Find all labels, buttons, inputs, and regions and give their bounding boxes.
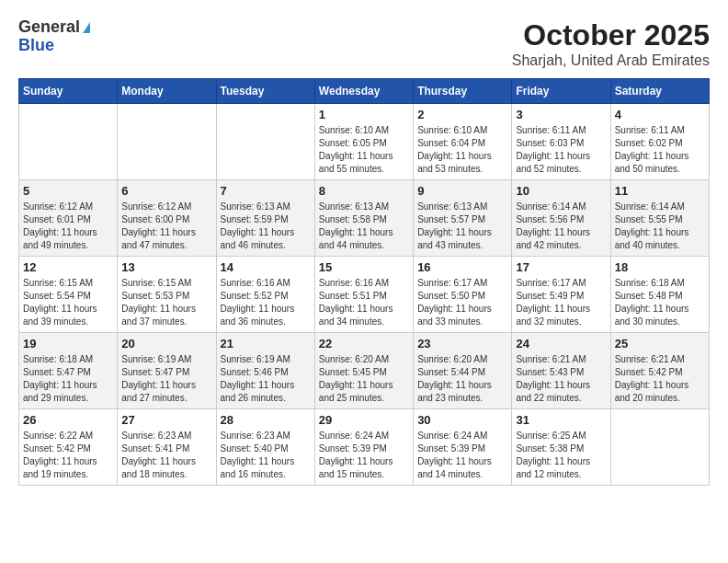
day-info: Sunrise: 6:20 AM Sunset: 5:44 PM Dayligh… bbox=[417, 353, 507, 405]
calendar-week-1: 1Sunrise: 6:10 AM Sunset: 6:05 PM Daylig… bbox=[19, 104, 710, 180]
day-number: 2 bbox=[417, 108, 507, 121]
calendar-cell: 6Sunrise: 6:12 AM Sunset: 6:00 PM Daylig… bbox=[118, 180, 216, 257]
day-number: 22 bbox=[319, 337, 409, 350]
day-number: 15 bbox=[319, 260, 409, 274]
day-number: 3 bbox=[516, 108, 606, 121]
calendar-cell: 19Sunrise: 6:18 AM Sunset: 5:47 PM Dayli… bbox=[19, 333, 118, 409]
logo-general: General bbox=[18, 18, 80, 37]
calendar-cell: 15Sunrise: 6:16 AM Sunset: 5:51 PM Dayli… bbox=[314, 257, 413, 333]
day-info: Sunrise: 6:16 AM Sunset: 5:52 PM Dayligh… bbox=[221, 277, 311, 328]
day-number: 7 bbox=[221, 184, 311, 198]
day-info: Sunrise: 6:16 AM Sunset: 5:51 PM Dayligh… bbox=[319, 277, 409, 328]
weekday-header-saturday: Saturday bbox=[610, 79, 709, 104]
day-number: 1 bbox=[319, 108, 409, 121]
calendar-title: October 2025 bbox=[512, 18, 710, 52]
logo-icon bbox=[83, 22, 90, 33]
day-info: Sunrise: 6:20 AM Sunset: 5:45 PM Dayligh… bbox=[319, 353, 409, 405]
day-number: 24 bbox=[516, 337, 606, 350]
calendar-cell: 24Sunrise: 6:21 AM Sunset: 5:43 PM Dayli… bbox=[512, 333, 610, 409]
calendar-cell: 9Sunrise: 6:13 AM Sunset: 5:57 PM Daylig… bbox=[414, 180, 512, 257]
calendar-week-3: 12Sunrise: 6:15 AM Sunset: 5:54 PM Dayli… bbox=[19, 257, 710, 333]
weekday-header-row: SundayMondayTuesdayWednesdayThursdayFrid… bbox=[19, 79, 710, 104]
calendar-cell bbox=[216, 104, 314, 180]
page-header: General Blue October 2025 Sharjah, Unite… bbox=[18, 18, 710, 69]
day-info: Sunrise: 6:11 AM Sunset: 6:03 PM Dayligh… bbox=[516, 124, 606, 176]
day-number: 16 bbox=[417, 260, 507, 274]
calendar-cell: 4Sunrise: 6:11 AM Sunset: 6:02 PM Daylig… bbox=[610, 104, 709, 180]
weekday-header-thursday: Thursday bbox=[414, 79, 512, 104]
day-number: 11 bbox=[615, 184, 705, 198]
day-number: 14 bbox=[221, 260, 311, 274]
calendar-cell bbox=[610, 409, 709, 486]
calendar-cell: 17Sunrise: 6:17 AM Sunset: 5:49 PM Dayli… bbox=[512, 257, 610, 333]
day-info: Sunrise: 6:12 AM Sunset: 6:00 PM Dayligh… bbox=[121, 201, 211, 252]
day-info: Sunrise: 6:24 AM Sunset: 5:39 PM Dayligh… bbox=[417, 430, 507, 481]
day-number: 17 bbox=[516, 260, 606, 274]
calendar-week-2: 5Sunrise: 6:12 AM Sunset: 6:01 PM Daylig… bbox=[19, 180, 710, 257]
calendar-cell: 29Sunrise: 6:24 AM Sunset: 5:39 PM Dayli… bbox=[314, 409, 413, 486]
calendar-cell: 14Sunrise: 6:16 AM Sunset: 5:52 PM Dayli… bbox=[216, 257, 314, 333]
day-number: 29 bbox=[319, 413, 409, 427]
weekday-header-wednesday: Wednesday bbox=[314, 79, 413, 104]
day-info: Sunrise: 6:12 AM Sunset: 6:01 PM Dayligh… bbox=[23, 201, 113, 252]
day-info: Sunrise: 6:17 AM Sunset: 5:50 PM Dayligh… bbox=[417, 277, 507, 328]
calendar-cell: 8Sunrise: 6:13 AM Sunset: 5:58 PM Daylig… bbox=[314, 180, 413, 257]
calendar-cell: 1Sunrise: 6:10 AM Sunset: 6:05 PM Daylig… bbox=[314, 104, 413, 180]
calendar-cell bbox=[118, 104, 216, 180]
calendar-cell: 30Sunrise: 6:24 AM Sunset: 5:39 PM Dayli… bbox=[414, 409, 512, 486]
day-info: Sunrise: 6:25 AM Sunset: 5:38 PM Dayligh… bbox=[516, 430, 606, 481]
calendar-cell: 27Sunrise: 6:23 AM Sunset: 5:41 PM Dayli… bbox=[118, 409, 216, 486]
calendar-cell: 12Sunrise: 6:15 AM Sunset: 5:54 PM Dayli… bbox=[19, 257, 118, 333]
day-number: 8 bbox=[319, 184, 409, 198]
calendar-subtitle: Sharjah, United Arab Emirates bbox=[512, 52, 710, 69]
weekday-header-tuesday: Tuesday bbox=[216, 79, 314, 104]
day-info: Sunrise: 6:17 AM Sunset: 5:49 PM Dayligh… bbox=[516, 277, 606, 328]
day-number: 30 bbox=[417, 413, 507, 427]
day-number: 6 bbox=[121, 184, 211, 198]
day-number: 19 bbox=[23, 337, 113, 350]
day-info: Sunrise: 6:21 AM Sunset: 5:43 PM Dayligh… bbox=[516, 353, 606, 405]
calendar-cell: 10Sunrise: 6:14 AM Sunset: 5:56 PM Dayli… bbox=[512, 180, 610, 257]
day-number: 20 bbox=[121, 337, 211, 350]
day-info: Sunrise: 6:13 AM Sunset: 5:58 PM Dayligh… bbox=[319, 201, 409, 252]
day-info: Sunrise: 6:18 AM Sunset: 5:48 PM Dayligh… bbox=[615, 277, 705, 328]
weekday-header-friday: Friday bbox=[512, 79, 610, 104]
day-info: Sunrise: 6:13 AM Sunset: 5:57 PM Dayligh… bbox=[417, 201, 507, 252]
day-info: Sunrise: 6:19 AM Sunset: 5:47 PM Dayligh… bbox=[121, 353, 211, 405]
calendar-table: SundayMondayTuesdayWednesdayThursdayFrid… bbox=[18, 78, 710, 486]
calendar-cell: 22Sunrise: 6:20 AM Sunset: 5:45 PM Dayli… bbox=[314, 333, 413, 409]
day-info: Sunrise: 6:13 AM Sunset: 5:59 PM Dayligh… bbox=[221, 201, 311, 252]
day-number: 28 bbox=[221, 413, 311, 427]
calendar-cell: 23Sunrise: 6:20 AM Sunset: 5:44 PM Dayli… bbox=[414, 333, 512, 409]
day-number: 21 bbox=[221, 337, 311, 350]
title-area: October 2025 Sharjah, United Arab Emirat… bbox=[512, 18, 710, 69]
day-info: Sunrise: 6:19 AM Sunset: 5:46 PM Dayligh… bbox=[221, 353, 311, 405]
calendar-cell: 18Sunrise: 6:18 AM Sunset: 5:48 PM Dayli… bbox=[610, 257, 709, 333]
day-number: 9 bbox=[417, 184, 507, 198]
calendar-cell: 28Sunrise: 6:23 AM Sunset: 5:40 PM Dayli… bbox=[216, 409, 314, 486]
day-number: 10 bbox=[516, 184, 606, 198]
day-info: Sunrise: 6:23 AM Sunset: 5:41 PM Dayligh… bbox=[121, 430, 211, 481]
day-number: 31 bbox=[516, 413, 606, 427]
calendar-week-4: 19Sunrise: 6:18 AM Sunset: 5:47 PM Dayli… bbox=[19, 333, 710, 409]
day-number: 27 bbox=[121, 413, 211, 427]
calendar-cell: 11Sunrise: 6:14 AM Sunset: 5:55 PM Dayli… bbox=[610, 180, 709, 257]
calendar-cell: 26Sunrise: 6:22 AM Sunset: 5:42 PM Dayli… bbox=[19, 409, 118, 486]
calendar-cell: 16Sunrise: 6:17 AM Sunset: 5:50 PM Dayli… bbox=[414, 257, 512, 333]
calendar-cell: 25Sunrise: 6:21 AM Sunset: 5:42 PM Dayli… bbox=[610, 333, 709, 409]
logo-blue: Blue bbox=[18, 37, 54, 55]
day-info: Sunrise: 6:11 AM Sunset: 6:02 PM Dayligh… bbox=[615, 124, 705, 176]
day-number: 18 bbox=[615, 260, 705, 274]
day-info: Sunrise: 6:15 AM Sunset: 5:54 PM Dayligh… bbox=[23, 277, 113, 328]
calendar-week-5: 26Sunrise: 6:22 AM Sunset: 5:42 PM Dayli… bbox=[19, 409, 710, 486]
day-info: Sunrise: 6:10 AM Sunset: 6:04 PM Dayligh… bbox=[417, 124, 507, 176]
day-info: Sunrise: 6:21 AM Sunset: 5:42 PM Dayligh… bbox=[615, 353, 705, 405]
day-info: Sunrise: 6:14 AM Sunset: 5:56 PM Dayligh… bbox=[516, 201, 606, 252]
calendar-cell: 7Sunrise: 6:13 AM Sunset: 5:59 PM Daylig… bbox=[216, 180, 314, 257]
logo: General Blue bbox=[18, 18, 90, 55]
calendar-cell: 2Sunrise: 6:10 AM Sunset: 6:04 PM Daylig… bbox=[414, 104, 512, 180]
day-info: Sunrise: 6:24 AM Sunset: 5:39 PM Dayligh… bbox=[319, 430, 409, 481]
day-number: 4 bbox=[615, 108, 705, 121]
day-number: 23 bbox=[417, 337, 507, 350]
day-number: 26 bbox=[23, 413, 113, 427]
